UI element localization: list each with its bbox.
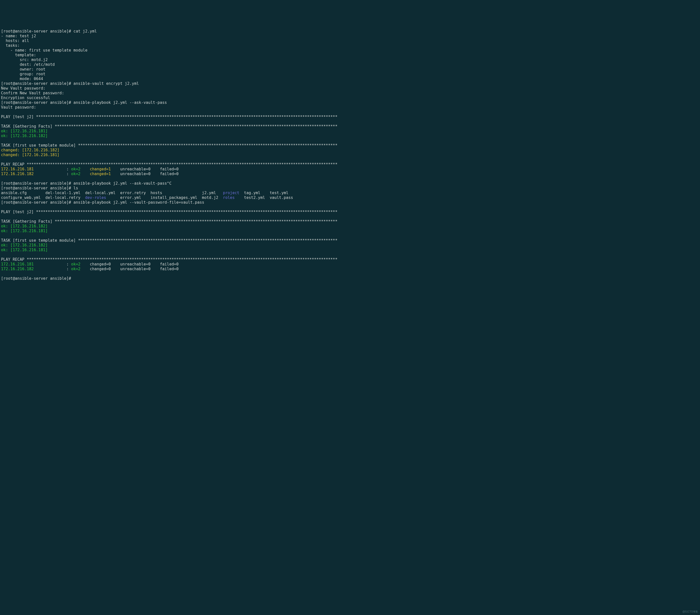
recap-pad xyxy=(34,172,64,176)
play-header: PLAY [test j2] xyxy=(1,115,36,119)
ls-file: j2.yml xyxy=(202,191,223,195)
ls-file: vault.pass xyxy=(270,195,293,200)
recap-failed: failed=0 xyxy=(160,172,186,176)
ok-host-181: ok: [172.16.216.181] xyxy=(1,229,48,233)
changed-host-182: changed: [172.16.216.182] xyxy=(1,148,59,152)
recap-colon: : xyxy=(64,262,71,267)
ls-file: test2.yml xyxy=(235,195,270,200)
shell-prompt[interactable]: [root@ansible-server ansible]# xyxy=(1,276,73,281)
recap-host-182: 172.16.216.182 xyxy=(1,172,34,176)
ls-file: del-local-1.yml xyxy=(45,191,85,195)
play-recap-header: PLAY RECAP xyxy=(1,162,27,167)
ls-dir-roles: roles xyxy=(223,195,235,200)
task-divider: ****************************************… xyxy=(55,219,337,224)
recap-changed: changed=1 xyxy=(87,167,118,171)
recap-unreachable: unreachable=0 xyxy=(118,262,160,267)
recap-changed: changed=1 xyxy=(87,172,118,176)
ls-file: tag.yml xyxy=(239,191,270,195)
command-cat: cat j2.yml xyxy=(73,29,97,34)
ok-host-181: ok: [172.16.216.181] xyxy=(1,129,48,133)
ls-file: error.retry xyxy=(120,191,150,195)
yaml-line: template: xyxy=(1,53,36,57)
recap-changed: changed=0 xyxy=(87,262,118,267)
yaml-line: - name: test j2 xyxy=(1,34,36,38)
task-divider: ****************************************… xyxy=(78,238,337,243)
ls-file: motd.j2 xyxy=(202,195,223,200)
yaml-line: src: motd.j2 xyxy=(1,57,48,62)
ls-file: test.yml xyxy=(270,191,288,195)
task-template-header: TASK [first use template module] xyxy=(1,143,78,148)
recap-pad xyxy=(34,167,64,171)
command-playbook-cancelled: ansible-playbook j2.yml --ask-vault-pass… xyxy=(73,181,172,185)
yaml-line: group: root xyxy=(1,72,45,76)
recap-divider: ****************************************… xyxy=(27,257,337,262)
task-gathering-header: TASK [Gathering Facts] xyxy=(1,124,55,129)
ls-dir-project: project xyxy=(223,191,239,195)
yaml-line: owner: root xyxy=(1,67,45,72)
recap-ok: ok=2 xyxy=(71,262,87,267)
recap-colon: : xyxy=(64,267,71,271)
recap-ok: ok=2 xyxy=(71,167,87,171)
vault-password-prompt: Vault password: xyxy=(1,105,36,110)
recap-pad xyxy=(34,262,64,267)
terminal-output: [root@ansible-server ansible]# cat j2.ym… xyxy=(0,24,700,282)
play-divider: ****************************************… xyxy=(36,115,337,119)
vault-success: Encryption successful xyxy=(1,95,50,100)
recap-failed: failed=0 xyxy=(160,167,186,171)
ls-file: del-local.yml xyxy=(85,191,120,195)
task-divider: ****************************************… xyxy=(78,143,337,148)
play-header: PLAY [test j2] xyxy=(1,210,36,214)
command-ls: ls xyxy=(73,186,78,190)
ok-host-182: ok: [172.16.216.182] xyxy=(1,133,48,138)
yaml-line: tasks: xyxy=(1,43,20,48)
task-template-header: TASK [first use template module] xyxy=(1,238,78,243)
recap-changed: changed=0 xyxy=(87,267,118,271)
shell-prompt: [root@ansible-server ansible]# xyxy=(1,29,73,34)
recap-failed: failed=0 xyxy=(160,262,186,267)
recap-pad xyxy=(34,267,64,271)
shell-prompt: [root@ansible-server ansible]# xyxy=(1,200,73,205)
yaml-line: dest: /etc/motd xyxy=(1,62,55,67)
shell-prompt: [root@ansible-server ansible]# xyxy=(1,186,73,190)
recap-unreachable: unreachable=0 xyxy=(118,167,160,171)
yaml-line: mode: 0644 xyxy=(1,77,43,81)
recap-host-181: 172.16.216.181 xyxy=(1,167,34,171)
ok-host-181: ok: [172.16.216.181] xyxy=(1,248,48,252)
task-divider: ****************************************… xyxy=(55,124,337,129)
vault-new-password: New Vault password: xyxy=(1,86,45,91)
ls-file: ansible.cfg xyxy=(1,191,45,195)
recap-colon: : xyxy=(64,167,71,171)
ok-host-182: ok: [172.16.216.182] xyxy=(1,243,48,247)
command-vault-encrypt: ansible-vault encrypt j2.yml xyxy=(73,81,139,86)
play-divider: ****************************************… xyxy=(36,210,337,214)
task-gathering-header: TASK [Gathering Facts] xyxy=(1,219,55,224)
ls-file: install_packages.yml xyxy=(150,195,202,200)
recap-unreachable: unreachable=0 xyxy=(118,172,160,176)
ls-file: configure_web.yml xyxy=(1,195,45,200)
ok-host-182: ok: [172.16.216.182] xyxy=(1,224,48,228)
recap-colon: : xyxy=(64,172,71,176)
recap-host-182: 172.16.216.182 xyxy=(1,267,34,271)
command-playbook-ask-vault: ansible-playbook j2.yml --ask-vault-pass xyxy=(73,100,167,105)
recap-failed: failed=0 xyxy=(160,267,186,271)
play-recap-header: PLAY RECAP xyxy=(1,257,27,262)
shell-prompt: [root@ansible-server ansible]# xyxy=(1,181,73,185)
recap-ok: ok=2 xyxy=(71,267,87,271)
ls-dir-dev-roles: dev-roles xyxy=(85,195,106,200)
command-playbook-vault-file: ansible-playbook j2.yml --vault-password… xyxy=(73,200,204,205)
shell-prompt: [root@ansible-server ansible]# xyxy=(1,81,73,86)
changed-host-181: changed: [172.16.216.181] xyxy=(1,153,59,157)
ls-file: hosts xyxy=(150,191,202,195)
recap-unreachable: unreachable=0 xyxy=(118,267,160,271)
shell-prompt: [root@ansible-server ansible]# xyxy=(1,100,73,105)
ls-file: error.yml xyxy=(120,195,150,200)
recap-host-181: 172.16.216.181 xyxy=(1,262,34,267)
ls-pad xyxy=(106,195,120,200)
yaml-line: - name: first use template module xyxy=(1,48,87,53)
recap-divider: ****************************************… xyxy=(27,162,337,167)
ls-file: del-local.retry xyxy=(45,195,85,200)
yaml-line: hosts: all xyxy=(1,39,29,43)
recap-ok: ok=2 xyxy=(71,172,87,176)
vault-confirm-password: Confirm New Vault password: xyxy=(1,91,64,95)
